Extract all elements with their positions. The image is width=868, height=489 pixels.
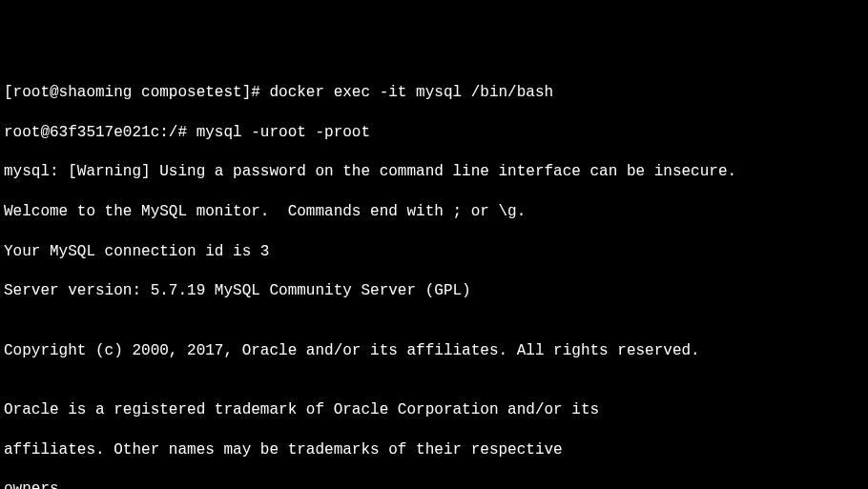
shell-prompt-line: [root@shaoming composetest]# docker exec… — [4, 83, 864, 103]
mysql-copyright-line: Copyright (c) 2000, 2017, Oracle and/or … — [4, 341, 864, 361]
mysql-warning-line: mysql: [Warning] Using a password on the… — [4, 162, 864, 182]
mysql-welcome-line: Welcome to the MySQL monitor. Commands e… — [4, 202, 864, 222]
mysql-server-version-line: Server version: 5.7.19 MySQL Community S… — [4, 281, 864, 301]
mysql-trademark-line-2: affiliates. Other names may be trademark… — [4, 440, 864, 460]
container-shell-line: root@63f3517e021c:/# mysql -uroot -proot — [4, 123, 864, 143]
mysql-trademark-line-3: owners. — [4, 479, 864, 489]
mysql-connection-id-line: Your MySQL connection id is 3 — [4, 242, 864, 262]
mysql-trademark-line-1: Oracle is a registered trademark of Orac… — [4, 400, 864, 420]
